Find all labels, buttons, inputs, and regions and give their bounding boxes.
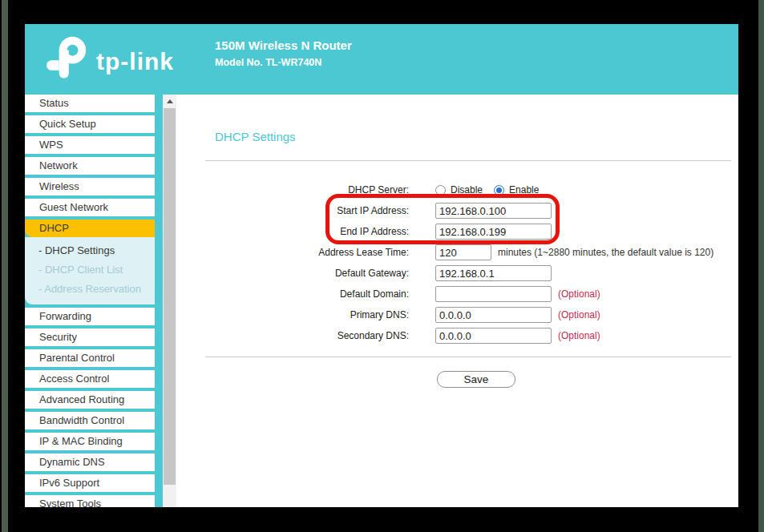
- save-button[interactable]: Save: [437, 371, 515, 388]
- scroll-up-button[interactable]: [163, 95, 176, 108]
- sidebar-item-wireless[interactable]: Wireless: [25, 178, 155, 195]
- lease-time-input[interactable]: [435, 244, 491, 260]
- scrollbar-thumb[interactable]: [164, 108, 176, 485]
- sidebar-item-dhcp-client-list[interactable]: - DHCP Client List: [25, 260, 155, 280]
- end-ip-input[interactable]: [435, 224, 552, 240]
- title-divider: [205, 160, 731, 161]
- default-domain-row: Default Domain: (Optional): [176, 284, 738, 304]
- secondary-dns-label: Secondary DNS:: [176, 330, 409, 341]
- sidebar-item-quick-setup[interactable]: Quick Setup: [25, 115, 155, 133]
- sidebar-item-address-reservation[interactable]: - Address Reservation: [25, 280, 155, 299]
- lease-time-label: Address Lease Time:: [176, 247, 409, 258]
- main-content: DHCP Settings DHCP Server: Disable Enabl…: [176, 95, 738, 507]
- start-ip-row: Start IP Address:: [176, 200, 738, 221]
- dhcp-server-enable-radio[interactable]: [494, 185, 504, 195]
- scroll-up-icon: [167, 99, 173, 103]
- router-model: Model No. TL-WR740N: [215, 57, 352, 68]
- sidebar-item-forwarding[interactable]: Forwarding: [25, 308, 155, 325]
- dhcp-server-row: DHCP Server: Disable Enable: [176, 179, 738, 200]
- logo-wordmark: tp-link: [96, 48, 174, 75]
- primary-dns-optional-note: (Optional): [558, 309, 600, 320]
- sidebar-item-bandwidth-control[interactable]: Bandwidth Control: [25, 412, 155, 429]
- sidebar-item-guest-network[interactable]: Guest Network: [25, 199, 155, 216]
- default-gateway-input[interactable]: [435, 265, 552, 281]
- sidebar-item-access-control[interactable]: Access Control: [25, 370, 155, 388]
- dhcp-server-label: DHCP Server:: [176, 184, 409, 195]
- scrollbar-track[interactable]: [163, 95, 176, 507]
- sidebar-item-dynamic-dns[interactable]: Dynamic DNS: [25, 453, 155, 471]
- default-domain-optional-note: (Optional): [558, 288, 600, 300]
- dhcp-server-disable-label[interactable]: Disable: [451, 184, 483, 195]
- sidebar-item-network[interactable]: Network: [25, 157, 155, 175]
- tp-link-logo-icon: [44, 35, 89, 80]
- page-title: DHCP Settings: [215, 130, 296, 143]
- desktop-background: tp-link 150M Wireless N Router Model No.…: [0, 0, 764, 532]
- primary-dns-row: Primary DNS: (Optional): [176, 304, 738, 325]
- primary-dns-input[interactable]: [435, 307, 552, 323]
- dhcp-server-disable-radio[interactable]: [435, 185, 446, 195]
- sidebar-item-status[interactable]: Status: [25, 95, 155, 112]
- primary-dns-label: Primary DNS:: [176, 309, 409, 320]
- header-bar: tp-link 150M Wireless N Router Model No.…: [25, 24, 738, 95]
- sidebar-item-ip-mac-binding[interactable]: IP & MAC Binding: [25, 433, 155, 450]
- sidebar-item-parental-control[interactable]: Parental Control: [25, 349, 155, 367]
- router-title: 150M Wireless N Router: [215, 38, 352, 52]
- router-admin-window: tp-link 150M Wireless N Router Model No.…: [25, 24, 738, 507]
- sidebar-item-dhcp[interactable]: DHCP: [25, 220, 155, 237]
- sidebar-item-system-tools[interactable]: System Tools: [25, 495, 155, 507]
- dhcp-settings-form: DHCP Server: Disable Enable Start IP Add…: [176, 179, 738, 346]
- dhcp-server-enable-label[interactable]: Enable: [509, 184, 539, 195]
- footer-divider: [205, 357, 731, 357]
- tp-link-logo: tp-link: [44, 35, 174, 80]
- desktop-edge-left: [2, 0, 8, 532]
- sidebar-item-dhcp-settings[interactable]: - DHCP Settings: [25, 241, 155, 260]
- sidebar-item-ipv6-support[interactable]: IPv6 Support: [25, 474, 155, 492]
- sidebar-item-wps[interactable]: WPS: [25, 136, 155, 154]
- default-domain-label: Default Domain:: [176, 288, 409, 300]
- secondary-dns-input[interactable]: [435, 328, 552, 344]
- desktop-edge-right: [758, 0, 764, 532]
- default-domain-input[interactable]: [435, 286, 552, 302]
- sidebar-nav: Status Quick Setup WPS Network Wireless …: [25, 95, 163, 507]
- default-gateway-row: Default Gateway:: [176, 263, 738, 284]
- start-ip-input[interactable]: [435, 203, 552, 219]
- start-ip-label: Start IP Address:: [176, 205, 409, 216]
- sidebar-item-advanced-routing[interactable]: Advanced Routing: [25, 391, 155, 409]
- end-ip-label: End IP Address:: [176, 226, 409, 237]
- secondary-dns-optional-note: (Optional): [558, 330, 600, 341]
- end-ip-row: End IP Address:: [176, 221, 738, 242]
- sidebar-item-security[interactable]: Security: [25, 328, 155, 346]
- dhcp-submenu: - DHCP Settings - DHCP Client List - Add…: [25, 237, 155, 304]
- secondary-dns-row: Secondary DNS: (Optional): [176, 325, 738, 346]
- lease-time-note: minutes (1~2880 minutes, the default val…: [498, 247, 713, 258]
- default-gateway-label: Default Gateway:: [176, 268, 409, 279]
- lease-time-row: Address Lease Time: minutes (1~2880 minu…: [176, 242, 738, 263]
